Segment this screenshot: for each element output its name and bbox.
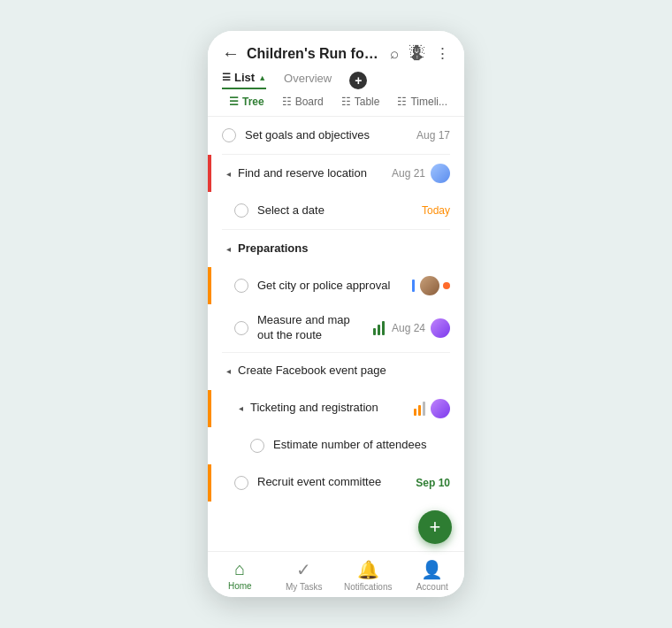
collapse-arrow[interactable]: ◂ (222, 167, 234, 180)
list-icon: ☰ (222, 72, 231, 83)
task-label: Estimate number of attendees (273, 438, 450, 453)
task-label: Find and reserve location (238, 166, 385, 181)
list-item[interactable]: ◂ Ticketing and registration (208, 390, 464, 427)
list-item[interactable]: Measure and map out the route Aug 24 (208, 304, 464, 352)
nav-home[interactable]: ⌂ Home (208, 552, 272, 597)
account-icon: 👤 (421, 559, 443, 580)
priority-bar (208, 390, 211, 427)
tab-timeline[interactable]: ☷ Timeli... (390, 93, 454, 111)
avatar (431, 164, 450, 183)
tasks-icon: ✓ (296, 559, 311, 580)
task-label: Set goals and objectives (245, 128, 409, 143)
task-list: Set goals and objectives Aug 17 ◂ Find a… (208, 117, 464, 551)
nav-tasks[interactable]: ✓ My Tasks (272, 552, 337, 597)
collapse-arrow[interactable]: ◂ (222, 242, 234, 255)
tab-table[interactable]: ☷ Table (334, 93, 387, 111)
tab-board[interactable]: ☷ Board (275, 93, 331, 111)
nav-tasks-label: My Tasks (286, 582, 323, 592)
avatar (431, 318, 450, 338)
priority-bar (208, 267, 211, 304)
list-item[interactable]: ◂ Create Facebook event page (208, 353, 464, 390)
tabs-row2: ☰ Tree ☷ Board ☷ Table ☷ Timeli... (208, 89, 464, 117)
list-item[interactable]: ◂ Preparations (208, 230, 464, 267)
timeline-icon: ☷ (397, 96, 407, 108)
header: ← Children's Run for ... ⌕ ⛇ ⋮ (208, 31, 464, 69)
priority-bar (208, 155, 211, 192)
nav-account-label: Account (416, 582, 448, 592)
priority-bars (373, 321, 385, 335)
task-label: Select a date (257, 203, 415, 218)
bottom-nav: ⌂ Home ✓ My Tasks 🔔 Notifications 👤 Acco… (208, 551, 464, 597)
nav-account[interactable]: 👤 Account (401, 552, 465, 597)
add-task-fab[interactable]: + (418, 510, 452, 544)
task-date: Aug 17 (416, 129, 450, 142)
list-item[interactable]: Recruit event committee Sep 10 (208, 464, 464, 502)
tab-tree[interactable]: ☰ Tree (222, 93, 271, 111)
task-date: Today (422, 204, 450, 217)
task-date: Sep 10 (416, 477, 450, 489)
task-checkbox[interactable] (234, 203, 248, 218)
task-checkbox[interactable] (234, 321, 248, 335)
back-button[interactable]: ← (222, 43, 240, 64)
priority-bars (414, 402, 425, 416)
board-icon: ☷ (282, 96, 292, 108)
avatar (431, 399, 450, 418)
task-label: Create Facebook event page (238, 364, 450, 379)
notifications-icon: 🔔 (357, 559, 379, 580)
collapse-arrow[interactable]: ◂ (234, 402, 247, 415)
list-item[interactable]: ◂ Find and reserve location Aug 21 (208, 155, 464, 192)
list-item[interactable]: Estimate number of attendees (208, 427, 464, 464)
collapse-arrow[interactable]: ◂ (222, 365, 234, 378)
filter-icon[interactable]: ⛇ (409, 45, 424, 63)
status-dot (443, 282, 450, 289)
list-item[interactable]: Select a date Today (208, 192, 464, 229)
avatar (420, 276, 439, 295)
nav-notifications-label: Notifications (344, 582, 392, 592)
task-date: Aug 24 (392, 322, 425, 334)
nav-notifications[interactable]: 🔔 Notifications (336, 552, 401, 597)
tab-list[interactable]: ☰ List ▲ (222, 71, 266, 89)
task-label: Preparations (238, 241, 450, 257)
tabs-row1: ☰ List ▲ Overview + (208, 69, 464, 89)
more-icon[interactable]: ⋮ (435, 44, 450, 63)
list-item[interactable]: Set goals and objectives Aug 17 (208, 117, 464, 154)
task-date: Aug 21 (392, 167, 425, 180)
table-icon: ☷ (341, 96, 351, 108)
task-checkbox[interactable] (250, 439, 264, 453)
tab-overview[interactable]: Overview (284, 72, 332, 88)
task-checkbox[interactable] (234, 476, 248, 490)
header-icons: ⌕ ⛇ ⋮ (390, 44, 450, 63)
tree-icon: ☰ (229, 96, 239, 108)
task-checkbox[interactable] (234, 279, 248, 293)
search-icon[interactable]: ⌕ (390, 45, 399, 63)
page-title: Children's Run for ... (247, 46, 383, 62)
task-checkbox[interactable] (222, 128, 236, 142)
task-label: Ticketing and registration (250, 401, 409, 416)
priority-indicator (412, 280, 415, 292)
task-label: Get city or police approval (257, 279, 407, 294)
task-label: Recruit event committee (257, 475, 409, 490)
home-icon: ⌂ (234, 559, 245, 579)
list-item[interactable]: Get city or police approval (208, 267, 464, 304)
task-label: Measure and map out the route (257, 313, 368, 343)
add-tab-button[interactable]: + (349, 72, 367, 89)
priority-bar (208, 464, 211, 502)
nav-home-label: Home (228, 581, 252, 591)
